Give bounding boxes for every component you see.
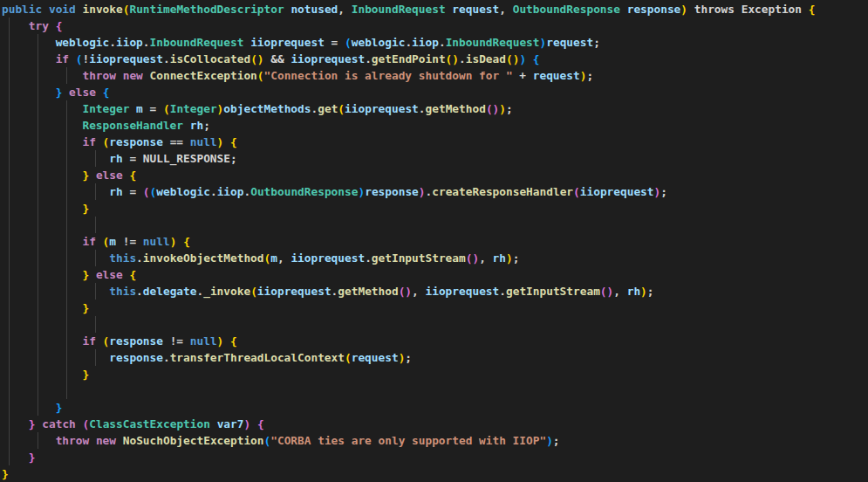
code-token-ctrl: if (82, 235, 95, 248)
code-token-txt: = (143, 102, 163, 115)
code-token-var: rh (493, 251, 506, 265)
indent-guide (66, 316, 67, 333)
indent-guide (95, 316, 96, 333)
code-line[interactable]: } (2, 449, 868, 465)
code-token-var: request (452, 3, 499, 16)
code-token-txt: != (116, 235, 143, 248)
code-token-txt: . (439, 36, 446, 49)
code-token-b3: } (56, 401, 63, 414)
code-token-var: rh (627, 285, 640, 298)
code-line[interactable]: } catch (ClassCastException var7) { (2, 416, 868, 432)
code-token-b2: ( (573, 185, 580, 198)
code-token-txt: , (412, 285, 425, 298)
code-token-var: iioprequest (345, 102, 419, 115)
code-token-b2: { (56, 19, 63, 32)
code-token-txt: , (613, 285, 626, 298)
code-token-txt: ; (647, 285, 654, 298)
code-token-fn: createResponseHandler (432, 185, 573, 198)
code-token-b2: () (399, 285, 412, 298)
code-line-text: try { (2, 19, 62, 32)
code-line[interactable]: } (2, 465, 868, 482)
code-token-ctrl: if (56, 52, 69, 65)
code-token-var: rh (190, 119, 203, 132)
code-line[interactable]: ResponseHandler rh; (2, 117, 868, 134)
code-line[interactable]: rh = NULL_RESPONSE; (2, 150, 868, 167)
code-line[interactable]: public void invoke(RuntimeMethodDescript… (2, 1, 868, 17)
code-token-txt (2, 351, 109, 364)
code-line[interactable]: rh = ((weblogic.iiop.OutboundResponse)re… (2, 183, 868, 200)
code-token-b1: { (183, 235, 190, 248)
code-token-fn: transferThreadLocalContext (170, 351, 345, 364)
code-token-txt (62, 86, 69, 99)
code-token-txt (2, 235, 82, 248)
code-token-var: iioprequest (426, 285, 500, 298)
code-token-var: response (627, 3, 681, 16)
code-line[interactable]: this.invokeObjectMethod(m, iioprequest.g… (2, 250, 868, 266)
code-line[interactable]: response.transferThreadLocalContext(requ… (2, 349, 868, 366)
code-token-txt (2, 301, 82, 314)
code-token-kw: null (143, 235, 170, 248)
code-line[interactable]: if (response == null) { (2, 134, 868, 150)
code-token-b1: } (82, 301, 89, 314)
code-token-kw: null (190, 334, 217, 348)
code-token-txt (129, 102, 136, 115)
code-line[interactable]: throw new NoSuchObjectException("CORBA t… (2, 432, 868, 449)
code-line[interactable]: } else { (2, 266, 868, 283)
code-line-text: if (response == null) { (2, 135, 237, 148)
code-line[interactable]: } else { (2, 84, 868, 100)
code-token-var: m (136, 102, 143, 115)
code-token-ctrl: else (96, 169, 123, 182)
code-token-var: response (109, 351, 163, 364)
code-token-txt: ; (506, 102, 513, 115)
code-token-kw: this (109, 285, 136, 298)
code-token-txt: . (365, 52, 372, 65)
code-line-text: } (2, 301, 89, 314)
code-line[interactable]: } (2, 399, 868, 416)
code-line[interactable] (2, 217, 868, 233)
code-token-fn: invoke (83, 3, 123, 16)
code-line[interactable]: } else { (2, 167, 868, 183)
code-line[interactable] (2, 316, 868, 333)
code-token-txt (2, 152, 109, 165)
code-line[interactable]: this.delegate._invoke(iioprequest.getMet… (2, 283, 868, 300)
code-line[interactable]: } (2, 366, 868, 382)
code-token-var: weblogic (56, 36, 110, 49)
code-line[interactable]: if (!iioprequest.isCollocated() && iiopr… (2, 51, 868, 67)
code-line[interactable]: try { (2, 17, 868, 34)
code-line-text: } (2, 467, 9, 480)
code-line-text: weblogic.iiop.InboundRequest iioprequest… (2, 36, 600, 49)
code-line[interactable]: Integer m = (Integer)objectMethods.get(i… (2, 100, 868, 117)
code-token-txt: . (243, 185, 250, 198)
code-token-txt (76, 417, 83, 430)
code-line-text: rh = ((weblogic.iiop.OutboundResponse)re… (2, 185, 667, 198)
code-line[interactable]: } (2, 200, 868, 217)
code-token-var: rh (109, 185, 122, 198)
code-line[interactable] (2, 382, 868, 399)
indent-guide (95, 217, 96, 233)
code-line[interactable]: if (response != null) { (2, 333, 868, 349)
code-token-var: objectMethods (223, 102, 311, 115)
code-line-text: } else { (2, 169, 136, 182)
code-token-fn: _invoke (203, 285, 250, 298)
code-token-txt (2, 251, 109, 265)
code-line-text: rh = NULL_RESPONSE; (2, 152, 237, 165)
code-token-type: OutboundResponse (250, 185, 358, 198)
code-line-text: } (2, 368, 89, 381)
code-token-txt: ; (660, 185, 667, 198)
code-token-fn: NoSuchObjectException (123, 434, 264, 447)
code-token-type: InboundRequest (150, 36, 244, 49)
code-line[interactable]: weblogic.iiop.InboundRequest iioprequest… (2, 34, 868, 51)
code-token-var: var7 (217, 417, 244, 430)
code-line[interactable]: if (m != null) { (2, 233, 868, 250)
code-token-txt (243, 36, 250, 49)
code-token-txt: ; (405, 351, 412, 364)
code-line[interactable]: } (2, 300, 868, 316)
indent-guide (9, 382, 10, 399)
code-line[interactable]: throw new ConnectException("Connection i… (2, 67, 868, 84)
code-token-txt: . (136, 251, 143, 265)
code-token-var: iioprequest (580, 185, 654, 198)
code-token-ctrl: throw (82, 69, 116, 82)
code-editor[interactable]: public void invoke(RuntimeMethodDescript… (0, 0, 868, 482)
code-token-txt (250, 417, 257, 430)
code-token-txt: . (405, 36, 412, 49)
